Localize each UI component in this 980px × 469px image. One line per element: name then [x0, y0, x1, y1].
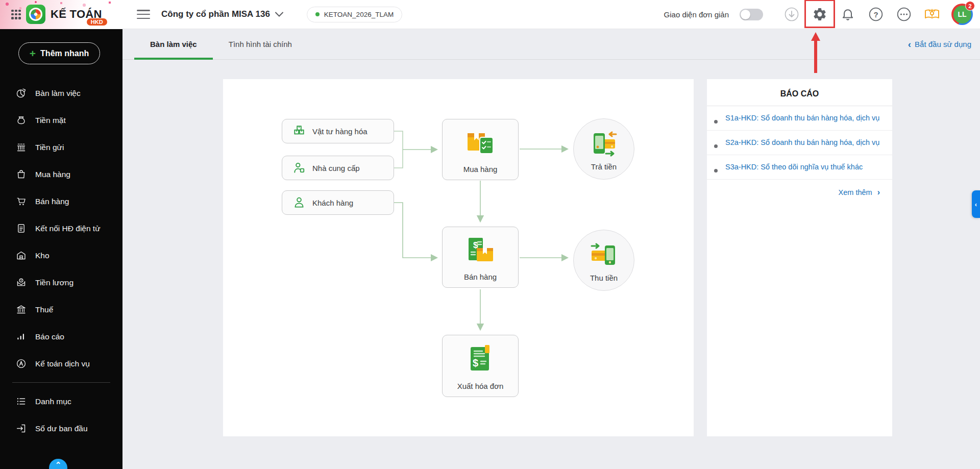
database-badge[interactable]: KETOAN_2026_TLAM	[307, 7, 402, 22]
reports-panel: BÁO CÁO S1a-HKD: Sổ doanh thu bán hàng h…	[707, 79, 892, 436]
download-icon[interactable]	[783, 6, 800, 23]
app-grid-icon[interactable]	[11, 10, 21, 19]
node-nha-cung-cap[interactable]: Nhà cung cấp	[282, 156, 394, 180]
quick-add-button[interactable]: + Thêm nhanh	[18, 42, 100, 64]
simple-ui-toggle[interactable]	[740, 9, 763, 20]
svg-text:$: $	[473, 357, 478, 368]
brand-zone: KẾ TOÁN HKD	[0, 0, 122, 29]
node-khach-hang[interactable]: Khách hàng	[282, 190, 394, 215]
sidebar-divider	[12, 382, 110, 383]
menu-toggle-icon[interactable]	[137, 10, 150, 19]
sidebar-item-tien-mat[interactable]: Tiền mặt	[0, 107, 122, 134]
svg-text:?: ?	[873, 10, 878, 19]
customer-icon	[292, 196, 306, 209]
tips-book-icon[interactable]	[923, 6, 941, 23]
receive-money-icon	[590, 242, 618, 268]
tab-ban-lam-viec[interactable]: Bàn làm việc	[134, 29, 213, 60]
more-options-icon[interactable]	[895, 6, 913, 23]
bar-chart-icon	[16, 331, 27, 342]
sidebar-item-ket-noi-hd[interactable]: Kết nối HĐ điện tử	[0, 215, 122, 242]
tab-bar: Bàn làm việc Tình hình tài chính ‹ Bắt đ…	[122, 29, 980, 60]
sidebar-item-danh-muc[interactable]: Danh mục	[0, 388, 122, 415]
sidebar-item-mua-hang[interactable]: Mua hàng	[0, 161, 122, 188]
reports-title: BÁO CÁO	[707, 79, 892, 106]
tax-bank-icon	[16, 304, 27, 315]
chevron-right-icon: ›	[877, 188, 880, 197]
chevron-left-icon: ‹	[908, 39, 911, 49]
pay-money-icon	[590, 131, 618, 158]
report-item-s3a[interactable]: S3a-HKD: Sổ theo dõi nghĩa vụ thuế khác	[707, 155, 892, 180]
shopping-cart-icon	[16, 196, 27, 207]
sales-invoice-icon: $	[464, 236, 496, 265]
report-item-s2a[interactable]: S2a-HKD: Sổ doanh thu bán hàng hóa, dịch…	[707, 131, 892, 155]
workflow-diagram-card: Vật tư hàng hóa Nhà cung cấp Khách hàng …	[223, 79, 694, 436]
sidebar-item-so-du-ban-dau[interactable]: Số dư ban đầu	[0, 415, 122, 442]
app-badge: HKD	[87, 18, 107, 26]
goods-icon	[292, 125, 306, 138]
list-icon	[16, 396, 27, 407]
top-bar: KẾ TOÁN HKD Công ty cổ phần MISA 136 KET…	[0, 0, 980, 29]
bullet-dot	[714, 120, 718, 124]
company-selector[interactable]: Công ty cổ phần MISA 136	[161, 9, 283, 19]
get-started-link[interactable]: ‹ Bắt đầu sử dụng	[908, 39, 971, 49]
supplier-icon	[292, 161, 306, 175]
bank-deposit-icon	[16, 142, 27, 153]
bullet-dot	[714, 169, 718, 172]
dashboard-pie-icon	[16, 88, 27, 98]
salary-envelope-icon	[16, 277, 27, 288]
invoice-export-icon: $	[465, 344, 495, 374]
sidebar: + Thêm nhanh Bàn làm việc Tiền mặt Tiền …	[0, 29, 122, 469]
service-accounting-icon	[16, 358, 27, 369]
purchase-box-icon	[464, 128, 496, 157]
chevron-down-icon	[275, 12, 283, 17]
settings-gear-icon[interactable]	[811, 6, 828, 23]
sidebar-item-kho[interactable]: Kho	[0, 242, 122, 269]
plus-icon: +	[30, 48, 36, 59]
status-dot	[315, 12, 320, 16]
report-item-s1a[interactable]: S1a-HKD: Sổ doanh thu bán hàng hóa, dịch…	[707, 106, 892, 131]
sidebar-item-ban-lam-viec[interactable]: Bàn làm việc	[0, 80, 122, 107]
tab-tinh-hinh-tai-chinh[interactable]: Tình hình tài chính	[213, 29, 308, 60]
warehouse-icon	[16, 250, 27, 261]
database-name: KETOAN_2026_TLAM	[324, 11, 394, 18]
money-bag-icon	[16, 115, 27, 126]
help-icon[interactable]: ?	[867, 6, 885, 23]
collapse-panel-tab[interactable]: ‹	[972, 190, 980, 218]
node-vat-tu-hang-hoa[interactable]: Vật tư hàng hóa	[282, 119, 394, 143]
node-tra-tien[interactable]: Trả tiền	[573, 118, 634, 180]
company-name: Công ty cổ phần MISA 136	[161, 9, 270, 19]
node-thu-tien[interactable]: Thu tiền	[573, 230, 634, 291]
opening-balance-icon	[16, 423, 27, 434]
sidebar-item-bao-cao[interactable]: Báo cáo	[0, 323, 122, 350]
sidebar-item-tien-gui[interactable]: Tiền gửi	[0, 134, 122, 161]
bullet-dot	[714, 144, 718, 148]
shopping-bag-icon	[16, 169, 27, 180]
node-mua-hang[interactable]: Mua hàng	[442, 119, 519, 180]
user-avatar[interactable]: LL 2	[951, 4, 973, 25]
node-ban-hang[interactable]: $ Bán hàng	[442, 227, 519, 288]
notifications-bell-icon[interactable]	[839, 6, 856, 23]
node-xuat-hoa-don[interactable]: $ Xuất hóa đơn	[442, 335, 519, 397]
simple-ui-label: Giao diện đơn giản	[664, 10, 729, 19]
sidebar-item-thue[interactable]: Thuế	[0, 296, 122, 323]
sidebar-item-ke-toan-dich-vu[interactable]: Kế toán dịch vụ	[0, 350, 122, 377]
sidebar-item-tien-luong[interactable]: Tiền lương	[0, 269, 122, 296]
misa-logo-icon[interactable]	[26, 5, 45, 24]
see-more-link[interactable]: Xem thêm ›	[707, 180, 892, 197]
notification-count-badge: 2	[965, 1, 975, 11]
sidebar-item-ban-hang[interactable]: Bán hàng	[0, 188, 122, 215]
e-invoice-doc-icon	[16, 223, 27, 234]
chat-support-button[interactable]: ⌃	[49, 459, 67, 469]
main-content: Bàn làm việc Tình hình tài chính ‹ Bắt đ…	[122, 29, 980, 469]
